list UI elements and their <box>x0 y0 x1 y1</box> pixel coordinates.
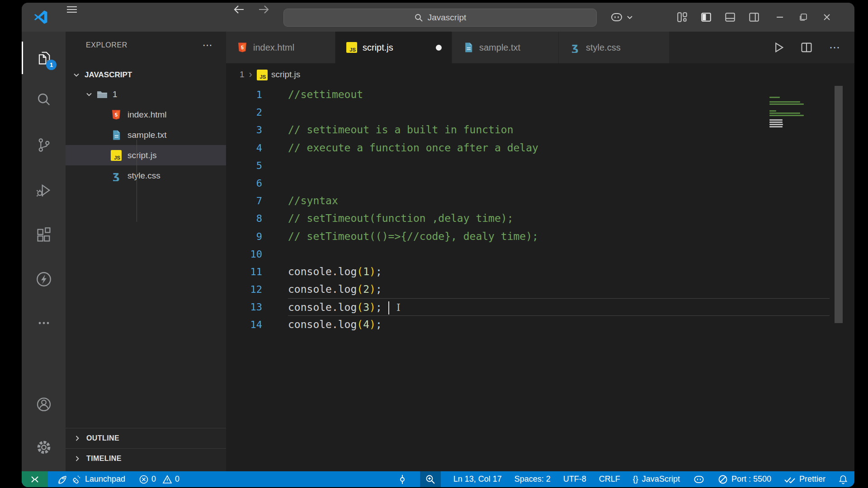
html-file-icon: 5 <box>111 109 122 120</box>
command-center-search[interactable]: Javascript <box>283 9 597 27</box>
explorer-view-icon[interactable]: 1 <box>22 43 66 73</box>
eol-indicator[interactable]: CRLF <box>599 474 620 484</box>
explorer-more-actions-icon[interactable]: ⋯ <box>202 39 212 51</box>
close-icon[interactable] <box>820 10 834 24</box>
file-row-sample.txt[interactable]: sample.txt <box>66 125 226 145</box>
layout-controls <box>675 3 761 32</box>
code-line-2[interactable]: 2 <box>226 103 854 121</box>
code-line-4[interactable]: 4 // execute a function once after a del… <box>226 139 854 157</box>
outline-section[interactable]: OUTLINE <box>66 428 226 448</box>
source-control-icon[interactable] <box>22 130 66 160</box>
back-arrow-icon[interactable] <box>232 3 246 16</box>
chevron-right-icon <box>74 455 81 462</box>
line-number: 4 <box>226 139 262 157</box>
file-row-style.css[interactable]: ʒ style.css <box>66 165 226 186</box>
minimap[interactable] <box>769 97 809 128</box>
folder-row[interactable]: 1 <box>66 84 226 104</box>
chevron-down-icon <box>627 14 633 20</box>
launchpad-label: Launchpad <box>85 474 125 484</box>
tab-sample.txt[interactable]: sample.txt <box>452 32 559 63</box>
run-button[interactable] <box>771 40 786 55</box>
remote-icon <box>30 474 40 484</box>
code-line-1[interactable]: 1 //settimeout <box>226 86 854 103</box>
extensions-icon[interactable] <box>22 220 66 250</box>
tab-style.css[interactable]: ʒ style.css <box>559 32 670 63</box>
file-row-index.html[interactable]: 5 index.html <box>66 104 226 125</box>
line-content <box>288 103 830 121</box>
code-line-7[interactable]: 7 //syntax <box>226 192 854 210</box>
language-indicator[interactable]: {} JavaScript <box>633 474 680 484</box>
code-line-10[interactable]: 10 <box>226 245 854 263</box>
notifications-bell-icon[interactable] <box>838 474 848 484</box>
customize-layout-icon[interactable] <box>675 10 689 24</box>
file-row-script.js[interactable]: JS script.js <box>66 145 226 165</box>
code-line-12[interactable]: 12 console.log(2); <box>226 281 854 298</box>
line-number: 11 <box>226 263 262 281</box>
menu-icon[interactable] <box>65 3 79 16</box>
more-actions-icon[interactable]: ⋯ <box>827 40 842 55</box>
live-server-port[interactable]: Port : 5500 <box>718 474 771 484</box>
remote-indicator[interactable] <box>22 471 48 487</box>
code-line-11[interactable]: 11 console.log(1); <box>226 263 854 281</box>
line-number: 13 <box>226 298 262 316</box>
tab-label: style.css <box>586 42 621 53</box>
indentation-indicator[interactable]: Spaces: 2 <box>514 474 551 484</box>
tab-script.js[interactable]: JS script.js <box>335 32 452 63</box>
screen: Javascript <box>0 0 868 488</box>
problems-item[interactable]: 0 0 <box>139 474 179 484</box>
window-controls <box>773 3 834 32</box>
line-content: // setTimeout(function ,delay time); <box>288 210 830 227</box>
prettier-indicator[interactable]: Prettier <box>784 474 826 484</box>
more-views-icon[interactable] <box>22 308 66 338</box>
line-number: 12 <box>226 281 262 298</box>
breadcrumb-file[interactable]: script.js <box>271 70 300 80</box>
encoding-indicator[interactable]: UTF-8 <box>563 474 586 484</box>
code-line-5[interactable]: 5 <box>226 157 854 174</box>
css-file-icon: ʒ <box>111 170 122 181</box>
breadcrumb: 1 › JS script.js <box>226 63 854 86</box>
run-debug-icon[interactable] <box>22 175 66 205</box>
svg-text:JS: JS <box>114 155 120 160</box>
html-file-icon: 5 <box>237 42 248 53</box>
toggle-panel-icon[interactable] <box>723 10 737 24</box>
code-editor[interactable]: 1 //settimeout 2 3 // settimeout is a bu… <box>226 86 854 471</box>
settings-gear-icon[interactable] <box>22 432 66 462</box>
line-number: 2 <box>226 103 262 121</box>
prettier-label: Prettier <box>799 474 826 484</box>
copilot-menu[interactable] <box>609 3 633 32</box>
code-line-9[interactable]: 9 // setTimeout(()=>{//code}, dealy time… <box>226 228 854 245</box>
file-name: index.html <box>127 110 167 120</box>
code-line-14[interactable]: 14 console.log(4); <box>226 316 854 333</box>
code-line-3[interactable]: 3 // settimeout is a built in function <box>226 121 854 139</box>
editor-group: 5 index.html JS script.js sample.txt ʒ s… <box>226 32 854 471</box>
vertical-scrollbar[interactable] <box>835 86 843 323</box>
line-col-indicator[interactable]: Ln 13, Col 17 <box>453 474 502 484</box>
tab-index.html[interactable]: 5 index.html <box>226 32 335 63</box>
code-line-13[interactable]: 13 console.log(3); I <box>226 298 854 316</box>
code-line-6[interactable]: 6 <box>226 174 854 192</box>
minimize-icon[interactable] <box>773 10 787 24</box>
launchpad-item[interactable]: Launchpad <box>57 474 125 485</box>
rocket-icon <box>57 474 68 485</box>
minimap-line <box>769 113 800 114</box>
chevron-down-icon <box>85 91 93 98</box>
svg-text:ʒ: ʒ <box>113 170 119 181</box>
zoom-indicator[interactable] <box>420 471 441 487</box>
copilot-status-icon[interactable] <box>693 474 705 484</box>
workspace-root[interactable]: JAVASCRIPT <box>66 66 226 84</box>
js-file-icon: JS <box>111 150 122 161</box>
forward-arrow-icon[interactable] <box>257 3 270 16</box>
code-line-8[interactable]: 8 // setTimeout(function ,delay time); <box>226 210 854 227</box>
toggle-sidebar-icon[interactable] <box>699 10 713 24</box>
chevron-right-icon: › <box>249 69 252 80</box>
split-editor-icon[interactable] <box>799 40 814 55</box>
lightning-extension-icon[interactable] <box>22 264 66 294</box>
account-icon[interactable] <box>22 389 66 419</box>
maximize-icon[interactable] <box>797 10 810 24</box>
commit-indicator-icon[interactable] <box>397 474 407 484</box>
search-view-icon[interactable] <box>22 85 66 115</box>
timeline-section[interactable]: TIMELINE <box>66 448 226 469</box>
breadcrumb-folder[interactable]: 1 <box>240 70 245 80</box>
unsaved-dot-icon[interactable] <box>436 45 442 51</box>
toggle-secondary-sidebar-icon[interactable] <box>747 10 761 24</box>
